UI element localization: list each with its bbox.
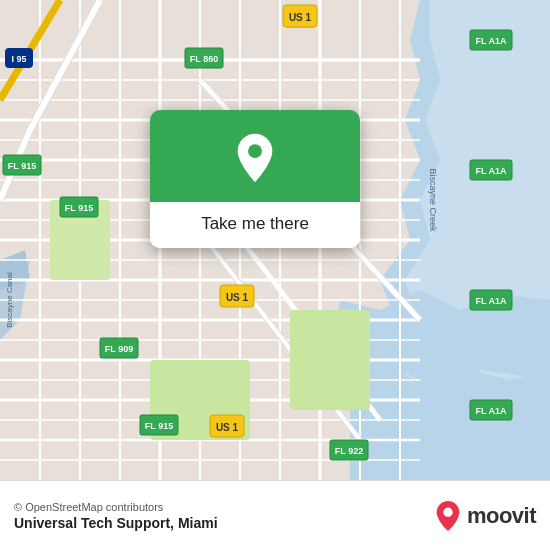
osm-credit: © OpenStreetMap contributors (14, 501, 218, 513)
popup-green-area (150, 110, 360, 202)
svg-text:Biscayne Canal: Biscayne Canal (5, 272, 14, 328)
svg-text:FL A1A: FL A1A (475, 296, 507, 306)
moovit-pin-icon (434, 500, 462, 532)
svg-text:FL 860: FL 860 (190, 54, 218, 64)
svg-text:Biscayne Creek: Biscayne Creek (428, 168, 438, 232)
bottom-bar: © OpenStreetMap contributors Universal T… (0, 480, 550, 550)
svg-text:FL A1A: FL A1A (475, 166, 507, 176)
svg-rect-32 (290, 310, 370, 410)
bottom-left: © OpenStreetMap contributors Universal T… (14, 501, 218, 531)
popup-card: Take me there (150, 110, 360, 248)
moovit-logo: moovit (434, 500, 536, 532)
map-container: I 95 US 1 US 1 US 1 US 1 FL 860 FL 915 (0, 0, 550, 480)
svg-text:US 1: US 1 (226, 292, 249, 303)
location-pin-icon (229, 132, 281, 184)
svg-text:FL A1A: FL A1A (475, 406, 507, 416)
svg-text:I 95: I 95 (11, 54, 26, 64)
svg-text:FL A1A: FL A1A (475, 36, 507, 46)
moovit-text: moovit (467, 503, 536, 529)
take-me-there-button[interactable]: Take me there (150, 202, 360, 248)
svg-text:FL 915: FL 915 (145, 421, 173, 431)
svg-text:FL 922: FL 922 (335, 446, 363, 456)
svg-point-68 (443, 507, 452, 516)
svg-text:FL 909: FL 909 (105, 344, 133, 354)
location-name: Universal Tech Support, Miami (14, 515, 218, 531)
svg-text:US 1: US 1 (289, 12, 312, 23)
svg-text:US 1: US 1 (216, 422, 239, 433)
svg-text:FL 915: FL 915 (8, 161, 36, 171)
svg-text:FL 915: FL 915 (65, 203, 93, 213)
svg-point-67 (248, 144, 262, 158)
